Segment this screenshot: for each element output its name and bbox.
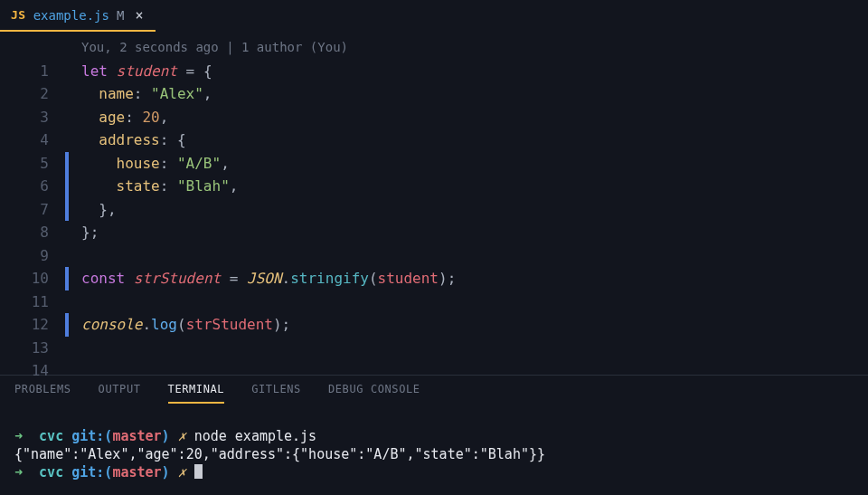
tab-modified-indicator: M xyxy=(117,8,124,23)
line-number: 4 xyxy=(0,129,58,152)
line-number: 10 xyxy=(0,267,58,290)
tab-terminal[interactable]: TERMINAL xyxy=(168,383,225,404)
code-line: address: { xyxy=(69,129,868,152)
terminal-command: node example.js xyxy=(194,428,316,444)
git-branch: master xyxy=(112,464,161,481)
code-editor[interactable]: You, 2 seconds ago | 1 author (You) 1 le… xyxy=(0,33,868,375)
line-number: 13 xyxy=(0,337,58,360)
code-line: }; xyxy=(69,221,868,244)
terminal-output: {"name":"Alex","age":20,"address":{"hous… xyxy=(14,446,545,462)
prompt-arrow-icon: ➜ xyxy=(14,428,23,444)
terminal-cursor xyxy=(194,464,203,479)
tab-debug-console[interactable]: DEBUG CONSOLE xyxy=(328,383,420,404)
line-number: 9 xyxy=(0,244,58,268)
code-line xyxy=(69,290,868,314)
bottom-panel: PROBLEMS OUTPUT TERMINAL GITLENS DEBUG C… xyxy=(0,375,868,495)
dirty-icon: ✗ xyxy=(178,464,186,481)
code-line: }, xyxy=(69,198,868,222)
code-line xyxy=(69,337,868,360)
line-number: 11 xyxy=(0,290,58,314)
tab-output[interactable]: OUTPUT xyxy=(99,383,141,404)
tab-problems[interactable]: PROBLEMS xyxy=(14,383,71,404)
line-number: 14 xyxy=(0,359,58,383)
tab-gitlens[interactable]: GITLENS xyxy=(251,383,301,404)
prompt-arrow-icon: ➜ xyxy=(14,464,23,481)
tab-filename: example.js xyxy=(33,8,109,23)
terminal[interactable]: ➜ cvc git:(master) ✗ node example.js {"n… xyxy=(0,404,868,495)
prompt-dir: cvc xyxy=(39,428,63,444)
editor-tabbar: JS example.js M × xyxy=(0,0,868,33)
line-number: 6 xyxy=(0,175,58,198)
code-line xyxy=(69,359,868,383)
code-line: let student = { xyxy=(69,60,868,83)
git-blame-text: You, 2 seconds ago | 1 author (You) xyxy=(69,36,868,60)
dirty-icon: ✗ xyxy=(178,428,186,444)
code-line: const strStudent = JSON.stringify(studen… xyxy=(69,267,868,290)
code-line xyxy=(69,244,868,268)
editor-tab-example-js[interactable]: JS example.js M × xyxy=(0,0,156,32)
code-line: age: 20, xyxy=(69,106,868,129)
git-blame-annotation: You, 2 seconds ago | 1 author (You) xyxy=(0,36,868,60)
code-line: name: "Alex", xyxy=(69,82,868,106)
line-number: 7 xyxy=(0,198,58,222)
line-number: 2 xyxy=(0,82,58,106)
code-line: console.log(strStudent); xyxy=(69,313,868,337)
code-line: state: "Blah", xyxy=(69,175,868,198)
prompt-git-label: git: xyxy=(71,464,104,481)
prompt-dir: cvc xyxy=(39,464,63,481)
git-branch: master xyxy=(112,428,161,444)
javascript-icon: JS xyxy=(11,8,26,22)
line-number: 5 xyxy=(0,152,58,176)
line-number: 8 xyxy=(0,221,58,244)
line-number: 1 xyxy=(0,60,58,83)
code-line: house: "A/B", xyxy=(69,152,868,176)
prompt-git-label: git: xyxy=(71,428,104,444)
line-number: 12 xyxy=(0,313,58,337)
line-number: 3 xyxy=(0,106,58,129)
close-icon[interactable]: × xyxy=(135,7,143,24)
